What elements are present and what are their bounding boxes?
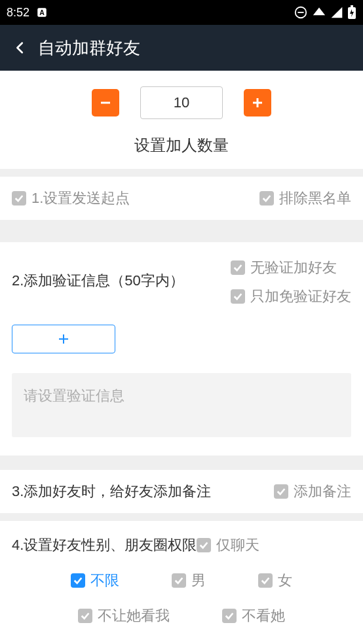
add-remark-check[interactable]: 添加备注 xyxy=(274,482,351,501)
row-gender-privacy: 4.设置好友性别、朋友圈权限 仅聊天 不限 男 女 不让她看我 不看她 xyxy=(0,521,363,644)
count-input[interactable]: 10 xyxy=(140,86,223,119)
checkbox-icon xyxy=(274,484,288,499)
dnd-icon xyxy=(294,5,308,20)
checkbox-icon xyxy=(231,260,245,275)
status-bar: 8:52 A xyxy=(0,0,363,25)
checkbox-icon xyxy=(71,573,85,588)
signal-icon xyxy=(330,6,343,19)
start-point-label: 1.设置发送起点 xyxy=(31,188,130,208)
checkbox-icon xyxy=(259,191,274,206)
hide-my-label: 不让她看我 xyxy=(98,606,170,626)
checkbox-icon xyxy=(78,609,92,623)
verify-textarea[interactable]: 请设置验证信息 xyxy=(12,373,351,437)
gender-female-check[interactable]: 女 xyxy=(258,571,292,590)
svg-text:A: A xyxy=(39,9,45,16)
checkbox-icon xyxy=(222,609,237,623)
checkbox-icon xyxy=(258,573,273,588)
only-chat-check[interactable]: 仅聊天 xyxy=(197,535,259,555)
gender-male-check[interactable]: 男 xyxy=(172,571,206,590)
wifi-icon xyxy=(312,6,326,19)
hide-her-check[interactable]: 不看她 xyxy=(222,606,285,626)
verify-title: 2.添加验证信息（50字内） xyxy=(12,258,231,291)
status-time: 8:52 xyxy=(7,6,29,20)
gender-male-label: 男 xyxy=(191,571,206,590)
gender-title: 4.设置好友性别、朋友圈权限 xyxy=(12,535,197,555)
row-remark: 3.添加好友时，给好友添加备注 添加备注 xyxy=(0,470,363,513)
decrement-button[interactable] xyxy=(92,89,119,116)
gender-any-label: 不限 xyxy=(90,571,119,590)
counter-label: 设置加人数量 xyxy=(134,135,229,156)
add-verify-button[interactable] xyxy=(12,325,115,353)
add-remark-label: 添加备注 xyxy=(294,482,351,501)
verify-section: 2.添加验证信息（50字内） 无验证加好友 只加免验证好友 请设置验证信息 xyxy=(0,242,363,456)
checkbox-icon xyxy=(231,289,245,304)
checkbox-icon xyxy=(172,573,186,588)
only-no-verify-label: 只加免验证好友 xyxy=(250,287,351,306)
page-title: 自动加群好友 xyxy=(38,37,140,60)
battery-icon xyxy=(347,5,356,20)
only-chat-label: 仅聊天 xyxy=(216,535,259,555)
app-badge-icon: A xyxy=(36,7,48,18)
checkbox-icon xyxy=(12,191,26,206)
svg-rect-5 xyxy=(351,5,353,7)
gender-any-check[interactable]: 不限 xyxy=(71,571,119,590)
remark-title: 3.添加好友时，给好友添加备注 xyxy=(12,482,211,501)
no-verify-label: 无验证加好友 xyxy=(250,258,337,277)
app-header: 自动加群好友 xyxy=(0,25,363,71)
hide-my-check[interactable]: 不让她看我 xyxy=(78,606,170,626)
back-button[interactable] xyxy=(9,37,31,59)
counter-section: 10 设置加人数量 xyxy=(0,71,363,169)
increment-button[interactable] xyxy=(244,89,271,116)
blacklist-label: 排除黑名单 xyxy=(279,188,351,208)
no-verify-check[interactable]: 无验证加好友 xyxy=(231,258,351,277)
blacklist-check[interactable]: 排除黑名单 xyxy=(259,188,351,208)
start-point-check[interactable]: 1.设置发送起点 xyxy=(12,188,130,208)
checkbox-icon xyxy=(197,538,211,552)
hide-her-label: 不看她 xyxy=(242,606,285,626)
row-start-point: 1.设置发送起点 排除黑名单 xyxy=(0,177,363,220)
only-no-verify-check[interactable]: 只加免验证好友 xyxy=(231,287,351,306)
gender-female-label: 女 xyxy=(278,571,292,590)
